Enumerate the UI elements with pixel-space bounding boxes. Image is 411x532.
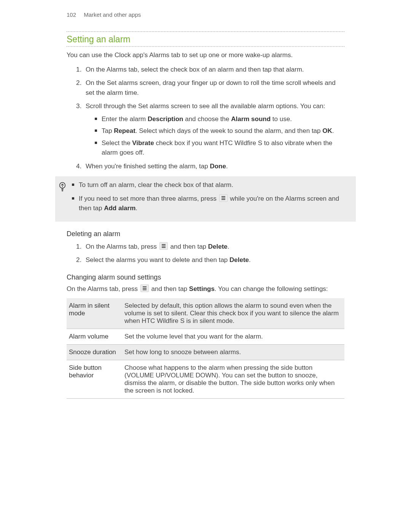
sub-item: Enter the alarm Description and choose t… xyxy=(96,114,344,124)
tip-box: To turn off an alarm, clear the check bo… xyxy=(55,176,356,222)
setting-name: Alarm in silent mode xyxy=(67,298,122,329)
tip-item: If you need to set more than three alarm… xyxy=(73,194,352,213)
svg-rect-3 xyxy=(62,191,63,192)
setting-name: Side button behavior xyxy=(67,360,122,399)
subheading-changing: Changing alarm sound settings xyxy=(67,273,344,281)
table-row: Side button behavior Choose what happens… xyxy=(67,360,344,399)
lightbulb-icon xyxy=(56,182,69,194)
deleting-steps: On the Alarms tab, press and then tap De… xyxy=(67,242,344,265)
sub-item: Select the Vibrate check box if you want… xyxy=(96,138,344,158)
sub-list: Enter the alarm Description and choose t… xyxy=(86,114,344,158)
step-item: On the Alarms tab, select the check box … xyxy=(83,65,344,75)
tip-content: To turn off an alarm, clear the check bo… xyxy=(69,180,352,217)
setting-desc: Set how long to snooze between alarms. xyxy=(122,345,344,360)
step-item: Scroll through the Set alarms screen to … xyxy=(83,101,344,158)
steps-list: On the Alarms tab, select the check box … xyxy=(67,65,344,171)
sub-item: Tap Repeat. Select which days of the wee… xyxy=(96,126,344,136)
step-item: On the Set alarms screen, drag your fing… xyxy=(83,78,344,97)
changing-intro: On the Alarms tab, press and then tap Se… xyxy=(67,284,344,294)
tip-item: To turn off an alarm, clear the check bo… xyxy=(73,180,352,190)
chapter-title: Market and other apps xyxy=(84,11,141,18)
table-row: Alarm in silent mode Selected by default… xyxy=(67,298,344,329)
svg-rect-2 xyxy=(62,190,63,190)
subheading-deleting: Deleting an alarm xyxy=(67,230,344,238)
menu-icon xyxy=(159,242,168,250)
setting-desc: Choose what happens to the alarm when pr… xyxy=(122,360,344,399)
step-item: On the Alarms tab, press and then tap De… xyxy=(83,242,344,252)
section-title: Setting an alarm xyxy=(67,31,344,47)
step-item: Select the alarms you want to delete and… xyxy=(83,255,344,265)
setting-desc: Selected by default, this option allows … xyxy=(122,298,344,329)
setting-desc: Set the volume level that you want for t… xyxy=(122,329,344,345)
setting-name: Alarm volume xyxy=(67,329,122,345)
menu-icon xyxy=(219,194,228,202)
step-item: When you're finished setting the alarm, … xyxy=(83,161,344,171)
table-row: Snooze duration Set how long to snooze b… xyxy=(67,345,344,360)
svg-rect-1 xyxy=(61,189,63,190)
page-header: 102 Market and other apps xyxy=(67,11,344,18)
menu-icon xyxy=(140,284,149,292)
table-row: Alarm volume Set the volume level that y… xyxy=(67,329,344,345)
document-page: 102 Market and other apps Setting an ala… xyxy=(0,0,411,532)
page-number: 102 xyxy=(67,11,76,18)
setting-name: Snooze duration xyxy=(67,345,122,360)
settings-table: Alarm in silent mode Selected by default… xyxy=(67,298,344,399)
intro-text: You can use the Clock app's Alarms tab t… xyxy=(67,51,344,60)
